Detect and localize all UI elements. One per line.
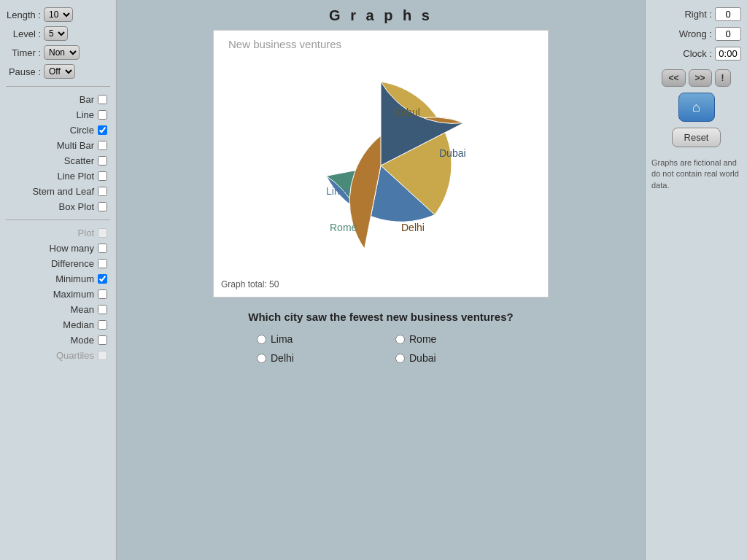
- timer-control: Timer : Non On: [6, 45, 110, 60]
- wrong-score-row: Wrong : 0: [651, 27, 741, 41]
- level-label: Level :: [6, 28, 41, 39]
- right-panel: Right : 0 Wrong : 0 Clock : 0:00 << >> !…: [645, 0, 747, 560]
- chart-type-multibar[interactable]: Multi Bar: [6, 140, 110, 151]
- pause-label: Pause :: [6, 66, 41, 77]
- stop-button[interactable]: !: [715, 69, 731, 87]
- q-type-quartiles: Quartiles: [6, 350, 110, 361]
- pie-chart-area: Kabul Lima Rome Delhi Dubai: [221, 56, 541, 275]
- graph-container: New business ventures: [213, 30, 549, 298]
- chart-type-scatter[interactable]: Scatter: [6, 155, 110, 166]
- chart-type-boxplot[interactable]: Box Plot: [6, 201, 110, 212]
- right-label: Right :: [684, 9, 712, 20]
- main-content: G r a p h s New business ventures: [117, 0, 645, 560]
- clock-label: Clock :: [683, 48, 712, 59]
- graph-total: Graph total: 50: [221, 279, 541, 289]
- question-section: Which city saw the fewest new business v…: [213, 311, 549, 364]
- q-type-plot: Plot: [6, 228, 110, 238]
- disclaimer-text: Graphs are fictional and do not contain …: [651, 158, 741, 191]
- question-text: Which city saw the fewest new business v…: [213, 311, 549, 323]
- q-type-maximum[interactable]: Maximum: [6, 289, 110, 300]
- home-icon: ⌂: [692, 100, 700, 115]
- graph-subtitle: New business ventures: [228, 38, 541, 50]
- wrong-score: 0: [715, 27, 741, 41]
- prev-button[interactable]: <<: [662, 69, 685, 87]
- nav-buttons: << >> !: [662, 69, 730, 87]
- label-delhi: Delhi: [401, 222, 425, 233]
- level-select[interactable]: 5 6: [44, 26, 68, 41]
- home-button[interactable]: ⌂: [678, 93, 715, 122]
- length-control: Length : 10 20: [6, 7, 110, 22]
- option-lima[interactable]: Lima: [257, 333, 293, 345]
- q-type-mode[interactable]: Mode: [6, 335, 110, 346]
- length-label: Length :: [6, 9, 41, 20]
- option-delhi[interactable]: Delhi: [257, 352, 294, 364]
- wrong-label: Wrong :: [679, 28, 712, 39]
- divider-2: [6, 219, 110, 220]
- q-type-difference[interactable]: Difference: [6, 258, 110, 269]
- q-type-howmany[interactable]: How many: [6, 243, 110, 254]
- length-select[interactable]: 10 20: [44, 7, 73, 22]
- pause-select[interactable]: Off On: [44, 64, 75, 79]
- label-rome: Rome: [330, 222, 357, 233]
- pause-control: Pause : Off On: [6, 64, 110, 79]
- timer-label: Timer :: [6, 47, 41, 58]
- reset-button[interactable]: Reset: [672, 128, 721, 147]
- page-title: G r a p h s: [329, 7, 433, 24]
- chart-type-lineplot[interactable]: Line Plot: [6, 171, 110, 182]
- next-button[interactable]: >>: [689, 69, 712, 87]
- q-type-minimum[interactable]: Minimum: [6, 273, 110, 284]
- timer-select[interactable]: Non On: [44, 45, 80, 60]
- chart-type-stemleaf[interactable]: Stem and Leaf: [6, 186, 110, 197]
- left-sidebar: Length : 10 20 Level : 5 6 Timer : Non O…: [0, 0, 117, 560]
- right-score-row: Right : 0: [651, 7, 741, 21]
- q-type-mean[interactable]: Mean: [6, 304, 110, 315]
- chart-type-bar[interactable]: Bar: [6, 94, 110, 105]
- label-dubai: Dubai: [439, 147, 466, 159]
- level-control: Level : 5 6: [6, 26, 110, 41]
- clock-value: 0:00: [715, 47, 741, 61]
- right-score: 0: [715, 7, 741, 21]
- clock-row: Clock : 0:00: [651, 47, 741, 61]
- label-kabul: Kabul: [394, 106, 420, 118]
- option-dubai[interactable]: Dubai: [395, 352, 436, 364]
- option-rome[interactable]: Rome: [395, 333, 436, 345]
- label-lima: Lima: [326, 185, 349, 197]
- q-type-median[interactable]: Median: [6, 319, 110, 330]
- pie-chart-final: Kabul Lima Rome Delhi Dubai: [286, 71, 476, 260]
- chart-type-circle[interactable]: Circle: [6, 125, 110, 136]
- answers-grid: Lima Rome Delhi Dubai: [213, 333, 549, 364]
- divider-1: [6, 86, 110, 87]
- chart-type-line[interactable]: Line: [6, 109, 110, 120]
